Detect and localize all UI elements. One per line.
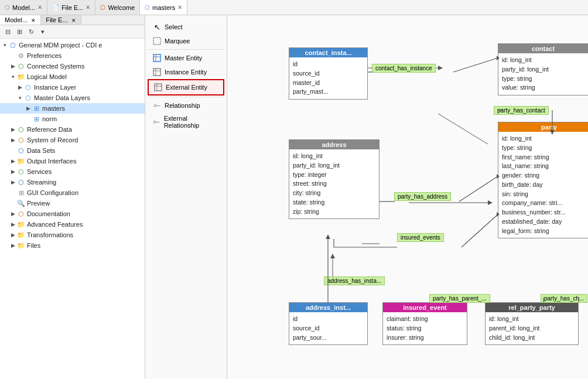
diagram-canvas[interactable]: contact_insta... id source_id master_id …	[227, 15, 588, 379]
entity-contact-insta[interactable]: contact_insta... id source_id master_id …	[289, 47, 368, 100]
palette-item-external-entity[interactable]: External Entity	[148, 79, 224, 95]
advanced-expand: ▶	[9, 221, 16, 227]
palette-item-master-entity[interactable]: Master Entity	[148, 51, 224, 65]
root-icon: ⬡	[8, 40, 18, 50]
svg-rect-7	[155, 84, 162, 91]
palette-item-marquee[interactable]: Marquee	[148, 34, 224, 48]
panel-model-close[interactable]: ✕	[31, 18, 36, 23]
connected-icon: ⬡	[16, 62, 26, 71]
entity-insured-event[interactable]: insured_event claimant: string status: s…	[382, 302, 467, 345]
entity-address-inst[interactable]: address_inst... id source_id party_sour.…	[289, 302, 368, 345]
tree-item-instance-layer[interactable]: ▶ ⬡ Instance Layer	[0, 82, 145, 93]
entity-party-body: id: long_int type: string first_name: st…	[498, 132, 588, 238]
tree-item-preview[interactable]: 🔍 Preview	[0, 198, 145, 209]
preferences-label: Preferences	[27, 52, 61, 59]
svg-line-38	[461, 214, 498, 247]
sync-button[interactable]: ↻	[26, 26, 36, 37]
output-icon: 📁	[16, 156, 26, 166]
preview-icon: 🔍	[16, 199, 26, 208]
transform-label: Transformations	[27, 231, 73, 238]
connector-address-has-insta: address_has_insta...	[324, 276, 385, 285]
entity-contact-insta-body: id source_id master_id party_mast...	[289, 57, 367, 99]
entity-party[interactable]: party id: long_int type: string first_na…	[498, 122, 588, 238]
entity-rel-party-party-body: id: long_int parent_id: long_int child_i…	[486, 312, 578, 344]
palette-item-instance-entity[interactable]: Instance Entity	[148, 65, 224, 79]
entity-contact-header: contact	[498, 44, 588, 53]
tree-item-files[interactable]: ▶ 📁 Files	[0, 240, 145, 251]
output-expand: ▶	[9, 158, 16, 164]
docs-icon: ⬡	[16, 209, 26, 218]
entity-rel-party-party-header: rel_party_party	[486, 303, 578, 312]
logical-expand: ▾	[9, 74, 16, 80]
docs-label: Documentation	[27, 210, 70, 217]
entity-address[interactable]: address id: long_int party_id: long_int …	[289, 139, 380, 219]
tree-item-streaming[interactable]: ▶ ⬡ Streaming	[0, 177, 145, 187]
instance-label: Instance Layer	[34, 84, 76, 91]
tree-item-masters[interactable]: ▶ ⊞ masters	[0, 103, 145, 114]
tree-item-output-interfaces[interactable]: ▶ 📁 Output Interfaces	[0, 156, 145, 166]
panel-tab-file[interactable]: File E... ✕	[41, 15, 81, 25]
tab-file-close[interactable]: ✕	[86, 4, 90, 11]
field-master-id: master_id	[293, 78, 364, 88]
view-menu-button[interactable]: ▾	[37, 26, 48, 37]
transform-icon: 📁	[16, 230, 26, 240]
expand-all-button[interactable]: ⊞	[14, 26, 25, 37]
tab-masters-label: masters	[152, 4, 175, 11]
panel-file-close[interactable]: ✕	[71, 18, 76, 23]
relationship-icon: ⟜	[152, 101, 162, 110]
connected-label: Connected Systems	[27, 63, 84, 70]
connector-contact-has-instance: contact_has_instance	[372, 64, 436, 73]
tree-item-advanced-features[interactable]: ▶ 📁 Advanced Features	[0, 219, 145, 230]
svg-marker-41	[326, 234, 330, 239]
tree-item-documentation[interactable]: ▶ ⬡ Documentation	[0, 209, 145, 219]
tab-model-close[interactable]: ✕	[37, 4, 42, 11]
preferences-icon: ⚙	[16, 51, 26, 60]
palette-item-external-relationship[interactable]: ⟜ External Relationship	[148, 112, 224, 131]
panel-toolbar: ⊟ ⊞ ↻ ▾	[0, 25, 145, 39]
panel-tabs: Model... ✕ File E... ✕	[0, 15, 145, 25]
tree-item-master-data-layers[interactable]: ▾ ⬡ Master Data Layers	[0, 93, 145, 103]
entity-rel-party-party[interactable]: rel_party_party id: long_int parent_id: …	[485, 302, 579, 345]
entity-contact[interactable]: contact id: long_int party_id: long_int …	[498, 43, 588, 95]
palette-instance-entity-label: Instance Entity	[165, 69, 207, 76]
svg-rect-0	[153, 37, 160, 45]
tree-item-gui-config[interactable]: ⊞ GUI Configuration	[0, 187, 145, 198]
tree-item-data-sets[interactable]: ⬡ Data Sets	[0, 145, 145, 156]
panel-tab-model[interactable]: Model... ✕	[0, 15, 41, 25]
advanced-icon: 📁	[16, 220, 26, 229]
tab-model[interactable]: ⬡ Model... ✕	[0, 0, 47, 15]
entity-address-body: id: long_int party_id: long_int type: in…	[289, 149, 379, 218]
tree-root[interactable]: ▾ ⬡ General MDM project - CDI e	[0, 40, 145, 50]
tab-masters-close[interactable]: ✕	[177, 4, 182, 11]
tree-item-services[interactable]: ▶ ⬡ Services	[0, 166, 145, 177]
entity-address-inst-header: address_inst...	[289, 303, 367, 312]
tab-welcome[interactable]: ⬡ Welcome	[95, 0, 140, 15]
files-icon: 📁	[16, 241, 26, 250]
collapse-all-button[interactable]: ⊟	[2, 26, 13, 37]
palette-item-relationship[interactable]: ⟜ Relationship	[148, 98, 224, 112]
svg-marker-17	[330, 254, 335, 258]
palette-item-select[interactable]: ↖ Select	[148, 20, 224, 34]
field-source-id: source_id	[293, 69, 364, 78]
tree-item-logical-model[interactable]: ▾ 📁 Logical Model	[0, 71, 145, 82]
tree-item-connected-systems[interactable]: ▶ ⬡ Connected Systems	[0, 61, 145, 71]
tree-item-system-of-record[interactable]: ▶ ⬡ System of Record	[0, 135, 145, 145]
tree-item-preferences[interactable]: ⚙ Preferences	[0, 50, 145, 61]
connector-party-has-parent: party_has_parent_...	[429, 294, 490, 303]
root-label: General MDM project - CDI e	[19, 42, 102, 49]
cursor-icon: ↖	[152, 22, 162, 32]
connector-party-has-contact: party_has_contact	[494, 106, 549, 115]
tree-item-norm[interactable]: ⊞ norm	[0, 114, 145, 124]
services-label: Services	[27, 168, 52, 175]
master-layers-icon: ⬡	[23, 93, 33, 103]
tab-file[interactable]: 📄 File E... ✕	[47, 0, 95, 15]
tab-bar: ⬡ Model... ✕ 📄 File E... ✕ ⬡ Welcome ⬡ m…	[0, 0, 588, 15]
sor-expand: ▶	[9, 137, 16, 143]
entity-contact-insta-header: contact_insta...	[289, 48, 367, 57]
instance-entity-icon	[152, 67, 162, 77]
datasets-label: Data Sets	[27, 147, 55, 154]
tab-masters[interactable]: ⬡ masters ✕	[140, 0, 187, 15]
tree-item-reference-data[interactable]: ▶ ⬡ Reference Data	[0, 124, 145, 135]
preview-label: Preview	[27, 200, 50, 207]
tree-item-transformations[interactable]: ▶ 📁 Transformations	[0, 230, 145, 240]
